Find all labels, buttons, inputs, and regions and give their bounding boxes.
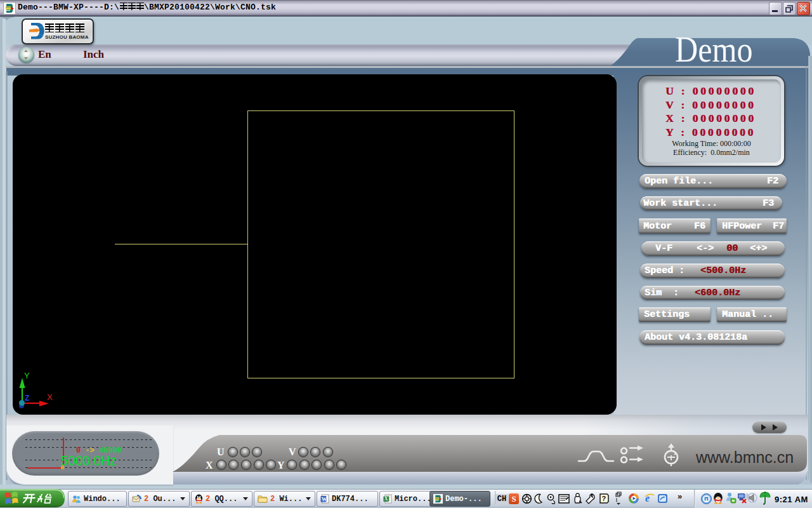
svg-text:W: W: [322, 496, 327, 502]
svg-text:Y: Y: [24, 371, 30, 380]
svg-text:Z: Z: [25, 394, 29, 403]
svg-text:X: X: [47, 392, 53, 402]
svg-text:X: X: [384, 496, 388, 502]
svg-text:?: ?: [602, 495, 606, 502]
svg-text:www.bmnc.cn: www.bmnc.cn: [695, 448, 794, 466]
